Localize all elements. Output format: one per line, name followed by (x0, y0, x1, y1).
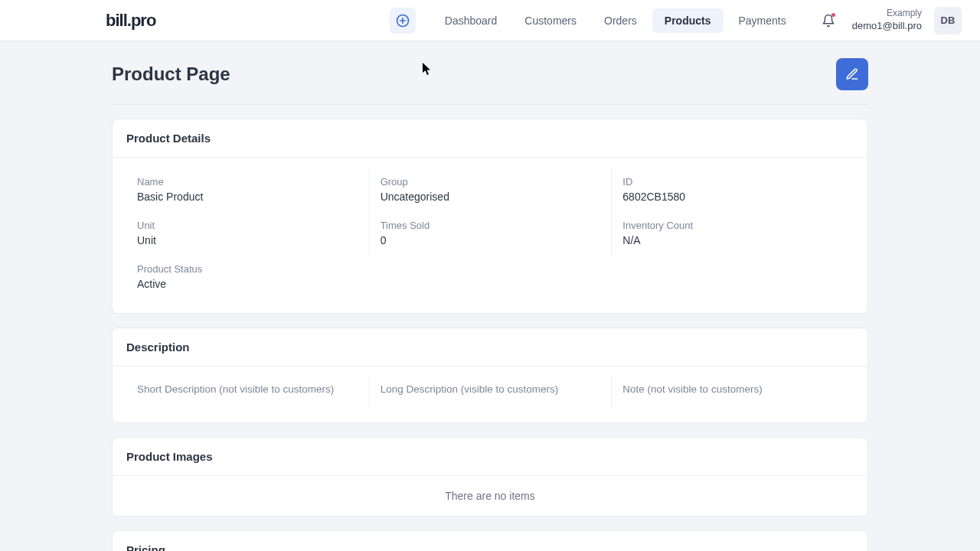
notifications-button[interactable] (817, 9, 840, 32)
field-value: Uncategorised (381, 191, 601, 203)
field-value: 0 (381, 234, 601, 246)
header-right: Examply demo1@bill.pro DB (817, 7, 962, 34)
account-org: Examply (852, 8, 922, 20)
field-label: Product Status (137, 263, 358, 275)
field-label: Group (381, 176, 601, 187)
product-images-title: Product Images (113, 438, 867, 476)
field-label: Name (137, 176, 358, 187)
description-card: Description Short Description (not visib… (112, 328, 868, 423)
field-label: ID (622, 176, 843, 187)
product-images-card: Product Images There are no items (112, 437, 868, 517)
field-label: Inventory Count (622, 220, 843, 231)
field-group: Group Uncategorised (369, 168, 612, 212)
pricing-title: Pricing (113, 531, 867, 551)
nav-products[interactable]: Products (652, 8, 724, 33)
account-email: demo1@bill.pro (852, 20, 922, 33)
long-description: Long Description (visible to customers) (369, 377, 612, 409)
account-info[interactable]: Examply demo1@bill.pro (852, 8, 922, 32)
field-value: Unit (137, 234, 358, 246)
page-header: Product Page (112, 55, 868, 105)
product-details-grid: Name Basic Product Group Uncategorised I… (126, 168, 854, 299)
short-description: Short Description (not visible to custom… (126, 377, 369, 409)
nav-payments[interactable]: Payments (727, 8, 799, 33)
nav-dashboard[interactable]: Dashboard (433, 8, 510, 33)
pricing-card: Pricing (112, 530, 868, 551)
avatar[interactable]: DB (934, 7, 962, 34)
note-description: Note (not visible to customers) (611, 377, 854, 409)
page-title: Product Page (112, 64, 230, 85)
product-details-title: Product Details (113, 119, 867, 158)
main-nav: Dashboard Customers Orders Products Paym… (390, 8, 799, 34)
product-images-empty: There are no items (113, 476, 867, 516)
plus-circle-icon (395, 13, 410, 28)
description-title: Description (113, 328, 867, 367)
product-details-card: Product Details Name Basic Product Group… (112, 119, 868, 314)
field-times-sold: Times Sold 0 (369, 212, 612, 256)
field-inventory-count: Inventory Count N/A (611, 212, 854, 256)
field-value: N/A (622, 234, 843, 246)
brand-logo[interactable]: bill.pro (106, 11, 155, 31)
field-status: Product Status Active (126, 256, 369, 299)
add-button[interactable] (390, 8, 416, 34)
field-id: ID 6802CB1580 (611, 168, 854, 212)
nav-customers[interactable]: Customers (512, 8, 589, 33)
field-label: Times Sold (381, 220, 601, 231)
notification-dot-icon (831, 13, 835, 17)
field-value: Active (137, 278, 358, 290)
nav-orders[interactable]: Orders (592, 8, 649, 33)
field-label: Unit (137, 220, 358, 231)
field-value: 6802CB1580 (622, 191, 843, 203)
field-unit: Unit Unit (126, 212, 369, 256)
content: Product Page Product Details Name Basic … (112, 41, 868, 551)
field-value: Basic Product (137, 191, 358, 203)
description-grid: Short Description (not visible to custom… (126, 377, 854, 409)
top-header: bill.pro Dashboard Customers Orders Prod… (0, 0, 980, 41)
pencil-icon (845, 67, 859, 81)
body-scroll[interactable]: Product Page Product Details Name Basic … (0, 41, 980, 551)
edit-button[interactable] (836, 58, 868, 90)
field-name: Name Basic Product (126, 168, 369, 212)
